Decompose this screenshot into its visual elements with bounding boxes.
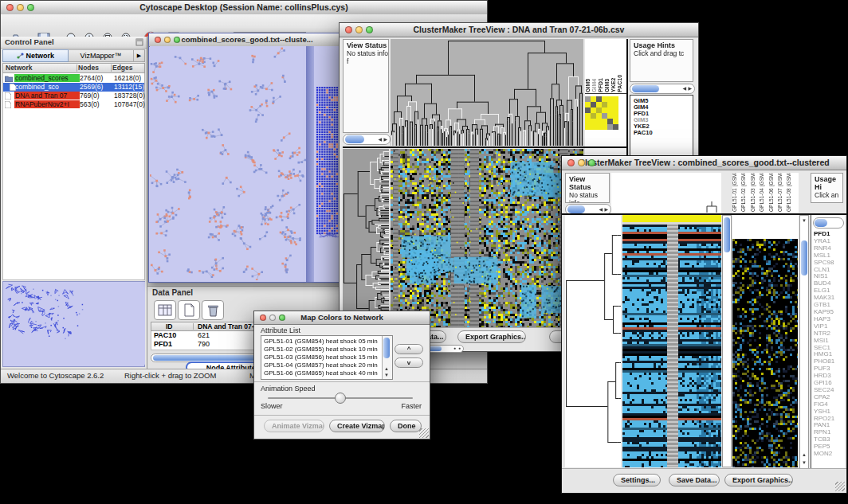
heat-cell: [613, 113, 618, 119]
attribute-list-item[interactable]: GPL51-01 (GSM854) heat shock 05 min: [264, 338, 378, 346]
heatmap-canvas[interactable]: [391, 149, 583, 327]
animate-vizmap-button[interactable]: Animate Vizmap: [264, 420, 324, 432]
attribute-list-item[interactable]: GPL51-02 (GSM855) heat shock 10 min: [264, 346, 378, 354]
row-id: PAC10: [154, 331, 176, 339]
heat-cell: [585, 124, 591, 130]
col-nodes: Nodes: [78, 64, 99, 72]
heat-cell: [607, 96, 613, 102]
network-list-row[interactable]: combined_scores2764(0)16218(0): [3, 74, 144, 83]
network-list-row[interactable]: DNA and Tran 07769(0)183728(0): [3, 92, 144, 100]
heat-cell: [596, 113, 602, 119]
global-heatmap-canvas[interactable]: [732, 239, 798, 467]
attribute-select-icon[interactable]: [154, 300, 176, 320]
export-graphics-button[interactable]: Export Graphics...: [724, 474, 793, 486]
new-attribute-icon[interactable]: [178, 300, 200, 320]
file-icon: [5, 92, 13, 100]
file-icon: [5, 101, 13, 108]
close-icon[interactable]: [260, 315, 266, 321]
network-name: DNA and Tran 07: [14, 92, 80, 100]
data-panel-title: Data Panel: [152, 288, 193, 297]
tab-network[interactable]: Network: [2, 49, 69, 62]
float-panel-icon[interactable]: [135, 38, 143, 49]
treeview2-title-bar[interactable]: ClusterMaker TreeView : combined_scores_…: [562, 156, 846, 170]
zoom-icon[interactable]: [174, 37, 180, 43]
network-edges: 13112(15): [114, 83, 144, 91]
global-view-gap: [732, 215, 799, 239]
tab-overflow-icon[interactable]: ▶: [134, 49, 145, 62]
attribute-list-item[interactable]: GPL51-06 (GSM865) heat shock 40 min: [264, 369, 378, 377]
move-down-button[interactable]: v: [395, 357, 423, 368]
heat-cell: [602, 96, 607, 102]
done-button[interactable]: Done: [390, 420, 422, 432]
gene-list-panel[interactable]: PFD1YRA1RNR4MSL1SPC98CLN1NIS1BUD4ELG1MAK…: [811, 215, 845, 469]
slower-label: Slower: [261, 402, 283, 410]
view-status-panel: View Status No status info: [565, 173, 610, 203]
dialog-title-bar[interactable]: Map Colors to Network: [254, 311, 430, 325]
attribute-list[interactable]: GPL51-01 (GSM854) heat shock 05 minGPL51…: [261, 335, 393, 380]
minimize-icon[interactable]: [578, 159, 585, 166]
gene-label[interactable]: MON2: [814, 451, 834, 458]
resize-grip[interactable]: [835, 482, 845, 491]
network-list-row[interactable]: RNAPuberNov2+I563(0)107847(0): [3, 100, 144, 109]
close-icon[interactable]: [155, 37, 161, 43]
attribute-list-item[interactable]: GPL51-07 (GSM868) heat shock 60 min: [264, 377, 378, 380]
column-label: GPL51-03 (GSM856): [750, 173, 756, 212]
usage-hints-title: Usage Hints: [634, 41, 675, 49]
minimize-icon[interactable]: [164, 37, 171, 43]
settings-button[interactable]: Settings...: [613, 474, 661, 486]
minimize-icon[interactable]: [355, 26, 363, 33]
close-icon[interactable]: [6, 4, 14, 11]
attribute-list-vscrollbar[interactable]: ▲ ▼: [382, 336, 392, 379]
network-table-header[interactable]: Network Nodes Edges: [2, 63, 145, 73]
row-dendrogram-canvas[interactable]: [565, 215, 621, 467]
network-canvas[interactable]: [150, 46, 306, 280]
heat-cell: [585, 102, 591, 107]
save-data-button[interactable]: Save Data...: [669, 474, 720, 486]
view-status-scrollbar[interactable]: ◀▶: [343, 134, 391, 145]
network-overview-panel[interactable]: [2, 281, 145, 367]
network-list-row[interactable]: combined_sco2569(6)13112(15): [3, 83, 144, 92]
zoom-icon[interactable]: [588, 159, 595, 166]
network-view-title-bar[interactable]: combined_scores_good.txt--cluste...: [149, 33, 345, 47]
detail-heatmap[interactable]: [585, 96, 618, 130]
network-nodes: 2764(0): [80, 74, 103, 82]
network-edges: 183728(0): [114, 92, 145, 100]
zoom-icon[interactable]: [279, 315, 285, 321]
window-controls: [6, 4, 34, 11]
treeview1-title-bar[interactable]: ClusterMaker TreeView : DNA and Tran 07-…: [340, 23, 698, 37]
column-label: GPL51-04 (GSM857): [759, 173, 764, 212]
gene-list-vscrollbar[interactable]: ▼ ▲ ▼: [799, 215, 809, 469]
close-icon[interactable]: [345, 26, 352, 33]
heat-cell: [585, 96, 591, 102]
create-vizmap-button[interactable]: Create Vizmap: [329, 420, 385, 432]
usage-hints-scrollbar[interactable]: ◀▶: [630, 84, 695, 94]
move-up-button[interactable]: ^: [395, 344, 423, 354]
main-title-bar[interactable]: Cytoscape Desktop (Session Name: collins…: [1, 1, 487, 15]
heatmap-canvas[interactable]: [622, 215, 721, 467]
attribute-list-item[interactable]: GPL51-03 (GSM856) heat shock 15 min: [264, 354, 378, 361]
resize-grip[interactable]: [419, 428, 429, 438]
column-label: GIM5: [585, 79, 591, 92]
heat-cell: [602, 119, 607, 124]
heatmap-vscrollbar[interactable]: [722, 215, 732, 467]
attribute-list-item[interactable]: GPL51-04 (GSM857) heat shock 20 min: [264, 361, 378, 369]
column-label: PAC10: [617, 75, 622, 92]
row-dendrogram-canvas[interactable]: [343, 149, 389, 327]
tab-vizmapper[interactable]: VizMapper™: [69, 49, 134, 62]
gene-list-hscrollbar[interactable]: [813, 217, 844, 229]
column-dendrogram-canvas[interactable]: [391, 39, 583, 146]
heat-cell: [602, 107, 607, 113]
row-value: 621: [198, 331, 210, 339]
zoom-icon[interactable]: [366, 26, 373, 33]
minimize-icon[interactable]: [17, 4, 24, 11]
close-icon[interactable]: [567, 159, 575, 166]
zoom-icon[interactable]: [27, 4, 34, 11]
network-overview-canvas: [3, 282, 145, 365]
col-network: Network: [6, 64, 33, 72]
pane-divider[interactable]: [306, 46, 314, 282]
speed-slider-thumb[interactable]: [335, 393, 346, 404]
gene-label[interactable]: PAC10: [634, 130, 693, 136]
delete-attribute-trash-icon[interactable]: [202, 300, 224, 320]
export-graphics-button[interactable]: Export Graphics...: [457, 330, 526, 343]
speed-slider-track[interactable]: [268, 397, 413, 399]
